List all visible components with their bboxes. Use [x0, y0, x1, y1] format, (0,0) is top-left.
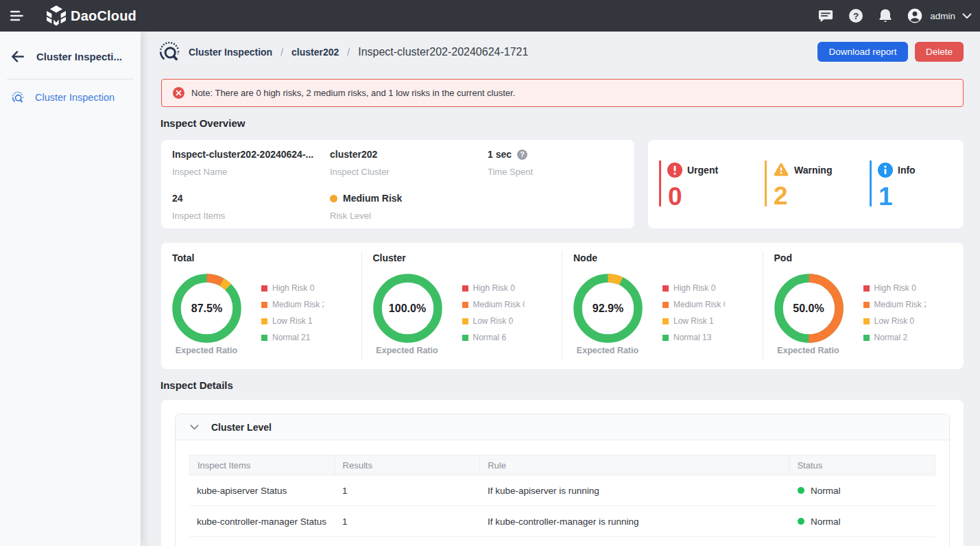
svg-text:?: ?: [520, 151, 524, 158]
svg-text:?: ?: [853, 11, 859, 21]
